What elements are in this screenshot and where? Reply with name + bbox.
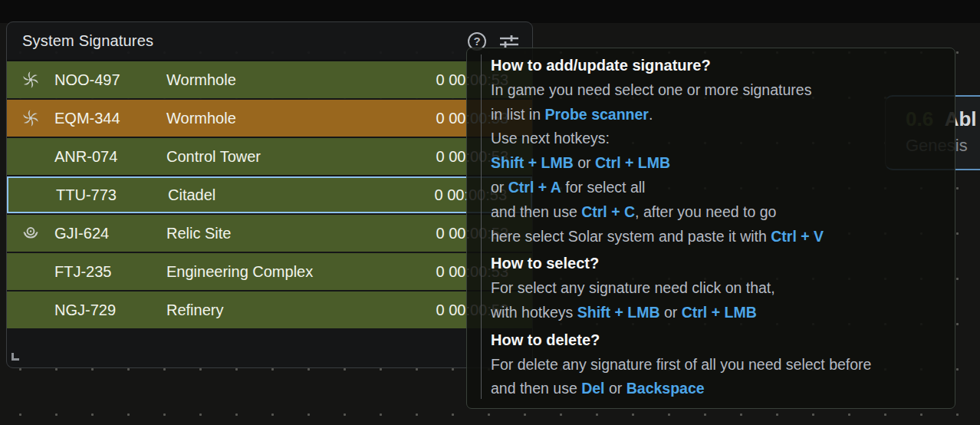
- signature-type: Engineering Complex: [166, 263, 393, 281]
- signature-type: Citadel: [168, 186, 391, 204]
- signature-type: Control Tower: [166, 148, 393, 166]
- wormhole-icon: [21, 71, 40, 89]
- signature-type: Wormhole: [166, 110, 393, 127]
- tooltip-text: and then use: [491, 380, 581, 397]
- signature-id: NOO-497: [54, 71, 166, 89]
- hotkey-highlight: Ctrl + A: [508, 179, 561, 196]
- panel-header: System Signatures ?: [7, 22, 532, 61]
- table-row[interactable]: GJI-624 Relic Site 0 00:00:53: [7, 215, 532, 252]
- hotkey-highlight: Ctrl + LMB: [682, 304, 757, 321]
- tooltip-text: or: [574, 154, 595, 171]
- tooltip-line: in list in Probe scanner.: [491, 103, 945, 127]
- tooltip-section-title: How to add/update signature?: [491, 54, 945, 78]
- help-tooltip: How to add/update signature?In game you …: [466, 48, 955, 409]
- tooltip-line: here select Solar system and paste it wi…: [491, 225, 945, 249]
- signature-id: GJI-624: [54, 225, 166, 242]
- tooltip-text: For select any signature need click on t…: [491, 279, 775, 296]
- tooltip-line: In game you need select one or more sign…: [491, 78, 945, 103]
- tooltip-text: , after you need to go: [635, 203, 776, 220]
- tooltip-line: with hotkeys Shift + LMB or Ctrl + LMB: [491, 301, 945, 325]
- tooltip-text: with hotkeys: [491, 304, 577, 321]
- panel-footer: [7, 331, 532, 367]
- signature-id: ANR-074: [54, 148, 166, 166]
- tooltip-text: in list in: [491, 106, 544, 123]
- panel-title: System Signatures: [22, 32, 153, 50]
- signature-id: NGJ-729: [54, 301, 166, 319]
- hotkey-highlight: Del: [581, 380, 604, 397]
- tooltip-text: here select Solar system and paste it wi…: [491, 228, 771, 245]
- wormhole-icon: [21, 109, 40, 127]
- signature-rows: NOO-497 Wormhole 0 00:00:53: [7, 61, 532, 331]
- tooltip-section-title: How to select?: [491, 252, 945, 276]
- tooltip-section-title: How to delete?: [491, 328, 945, 353]
- relic-site-icon: [21, 224, 40, 242]
- tooltip-line: and then use Ctrl + C, after you need to…: [491, 200, 945, 225]
- table-row[interactable]: FTJ-235 Engineering Complex 0 00:00:53: [7, 253, 532, 290]
- table-row[interactable]: NOO-497 Wormhole 0 00:00:53: [7, 61, 532, 98]
- hotkey-highlight: Probe scanner: [544, 106, 648, 123]
- tooltip-line: For delete any signature first of all yo…: [491, 353, 945, 377]
- tooltip-text: .: [649, 106, 653, 123]
- table-row[interactable]: NGJ-729 Refinery 0 00:00:53: [7, 292, 532, 328]
- tooltip-section: How to add/update signature?In game you …: [491, 54, 945, 249]
- tooltip-line: Use next hotkeys:: [491, 127, 945, 151]
- hotkey-highlight: Shift + LMB: [577, 304, 660, 321]
- signature-type: Wormhole: [166, 71, 393, 89]
- tooltip-text: and then use: [491, 203, 581, 220]
- table-row[interactable]: EQM-344 Wormhole 0 00:00:53: [7, 100, 532, 137]
- hotkey-highlight: Ctrl + C: [581, 203, 635, 220]
- hotkey-highlight: Ctrl + V: [771, 228, 824, 245]
- system-signatures-panel: System Signatures ?: [6, 21, 533, 368]
- signature-id: TTU-773: [56, 186, 168, 204]
- tooltip-text: Use next hotkeys:: [491, 130, 610, 147]
- signature-icon-cell: [7, 109, 54, 127]
- tooltip-section: How to select?For select any signature n…: [491, 252, 945, 325]
- signature-type: Relic Site: [166, 225, 393, 242]
- tooltip-text: In game you need select one or more sign…: [491, 81, 811, 98]
- hotkey-highlight: Shift + LMB: [491, 154, 574, 171]
- tooltip-line: For select any signature need click on t…: [491, 276, 945, 301]
- hotkey-highlight: Backspace: [626, 380, 705, 397]
- resize-handle-icon[interactable]: [12, 353, 19, 361]
- tooltip-text: or: [660, 304, 682, 321]
- tooltip-text: or: [491, 179, 508, 196]
- signature-type: Refinery: [166, 301, 393, 319]
- table-row[interactable]: ANR-074 Control Tower 0 00:00:53: [7, 138, 532, 175]
- tooltip-line: or Ctrl + A for select all: [491, 176, 945, 200]
- tooltip-line: and then use Del or Backspace: [491, 377, 945, 401]
- tooltip-text: for select all: [561, 179, 645, 196]
- signature-icon-cell: [7, 224, 54, 242]
- signature-icon-cell: [7, 71, 54, 89]
- tooltip-text: or: [605, 380, 626, 397]
- tooltip-text: For delete any signature first of all yo…: [491, 356, 871, 373]
- signature-id: FTJ-235: [54, 263, 166, 281]
- hotkey-highlight: Ctrl + LMB: [595, 154, 670, 171]
- signature-id: EQM-344: [54, 110, 166, 127]
- table-row-selected[interactable]: TTU-773 Citadel 0 00:00:53: [7, 176, 532, 213]
- tooltip-section: How to delete?For delete any signature f…: [491, 328, 945, 401]
- tooltip-line: Shift + LMB or Ctrl + LMB: [491, 151, 945, 176]
